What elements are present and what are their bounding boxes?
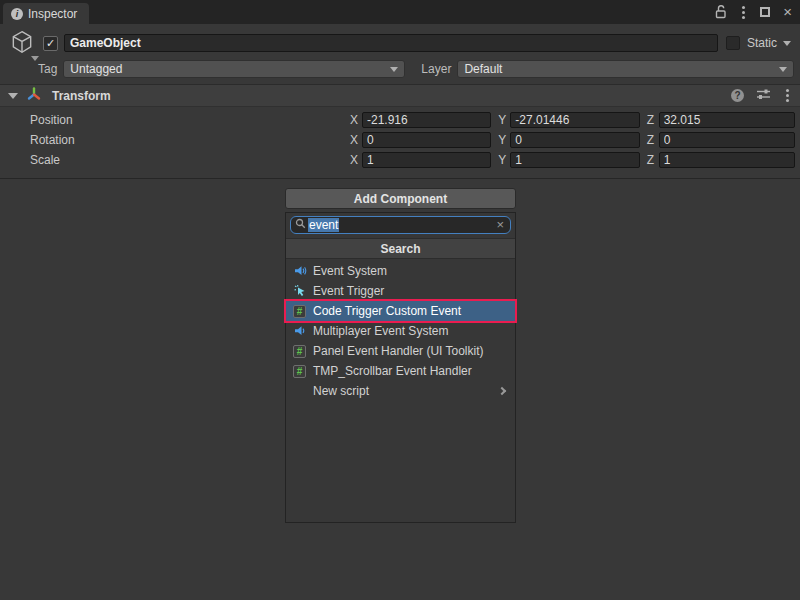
position-y-input[interactable] — [510, 112, 639, 128]
scale-label: Scale — [30, 153, 350, 167]
static-checkbox[interactable] — [726, 36, 740, 50]
chevron-down-icon — [390, 67, 398, 72]
transform-header[interactable]: Transform — [0, 84, 800, 107]
search-section-header: Search — [286, 238, 515, 259]
add-component-button[interactable]: Add Component — [285, 188, 516, 209]
position-x-group: X — [350, 112, 498, 128]
rotation-z-group: Z — [647, 132, 795, 148]
scale-z-group: Z — [647, 152, 795, 168]
presets-icon[interactable] — [756, 87, 771, 104]
transform-icon — [26, 86, 42, 105]
scale-x-group: X — [350, 152, 498, 168]
position-x-input[interactable] — [362, 112, 491, 128]
axis-x-label: X — [350, 133, 358, 147]
list-item-event-trigger[interactable]: Event Trigger — [286, 281, 515, 301]
component-list: Event System Event Trigger — [286, 259, 515, 401]
search-field-wrap: event — [286, 213, 515, 238]
rotation-y-group: Y — [498, 132, 646, 148]
rotation-label: Rotation — [30, 133, 350, 147]
script-icon — [292, 364, 307, 379]
rotation-z-input[interactable] — [659, 132, 795, 148]
maximize-icon[interactable] — [760, 7, 770, 17]
axis-x-label: X — [350, 113, 358, 127]
tab-bar: Inspector — [0, 0, 800, 24]
help-icon[interactable] — [731, 89, 744, 102]
search-icon — [295, 218, 306, 232]
gameobject-name-input[interactable] — [64, 34, 718, 52]
list-item-label: Code Trigger Custom Event — [313, 304, 461, 318]
tag-layer-row: Tag Untagged Layer Default — [5, 59, 795, 79]
tab-inspector[interactable]: Inspector — [3, 3, 89, 24]
active-checkbox[interactable] — [43, 36, 58, 51]
list-item-event-system[interactable]: Event System — [286, 261, 515, 281]
rotation-y-input[interactable] — [510, 132, 639, 148]
layer-value: Default — [464, 62, 502, 76]
scale-row: Scale X Y Z — [0, 150, 800, 170]
tag-dropdown[interactable]: Untagged — [63, 60, 405, 78]
titlebar-icons — [715, 4, 792, 20]
axis-y-label: Y — [498, 153, 506, 167]
lock-icon[interactable] — [715, 5, 727, 19]
chevron-down-icon — [779, 67, 787, 72]
list-item-code-trigger-custom-event[interactable]: Code Trigger Custom Event — [286, 301, 515, 321]
list-item-label: Event System — [313, 264, 387, 278]
static-dropdown-icon[interactable] — [783, 41, 791, 46]
position-label: Position — [30, 113, 350, 127]
tag-value: Untagged — [70, 62, 122, 76]
rotation-x-group: X — [350, 132, 498, 148]
clear-search-icon[interactable] — [496, 219, 504, 231]
list-item-multiplayer-event-system[interactable]: Multiplayer Event System — [286, 321, 515, 341]
foldout-icon[interactable] — [8, 93, 18, 99]
list-item-label: Panel Event Handler (UI Toolkit) — [313, 344, 484, 358]
list-item-tmp-scrollbar-event-handler[interactable]: TMP_Scrollbar Event Handler — [286, 361, 515, 381]
layer-label: Layer — [421, 62, 451, 76]
script-icon — [292, 304, 307, 319]
close-icon[interactable] — [783, 6, 792, 18]
axis-x-label: X — [350, 153, 358, 167]
transform-title: Transform — [52, 89, 111, 103]
axis-y-label: Y — [498, 113, 506, 127]
axis-z-label: Z — [647, 113, 655, 127]
search-query-text: event — [308, 218, 339, 232]
script-icon — [292, 344, 307, 359]
list-item-new-script[interactable]: New script — [286, 381, 515, 401]
scale-y-input[interactable] — [510, 152, 639, 168]
scale-y-group: Y — [498, 152, 646, 168]
list-item-label: TMP_Scrollbar Event Handler — [313, 364, 472, 378]
kebab-menu-icon[interactable] — [742, 11, 745, 14]
position-z-input[interactable] — [659, 112, 795, 128]
event-system-icon — [292, 324, 307, 339]
rotation-x-input[interactable] — [362, 132, 491, 148]
component-search-input[interactable]: event — [290, 216, 511, 234]
position-row: Position X Y Z — [0, 110, 800, 130]
chevron-right-icon — [498, 387, 506, 395]
layer-dropdown[interactable]: Default — [457, 60, 794, 78]
inspector-empty-area: Add Component event Search — [0, 179, 800, 600]
rotation-row: Rotation X Y Z — [0, 130, 800, 150]
position-y-group: Y — [498, 112, 646, 128]
scale-x-input[interactable] — [362, 152, 491, 168]
gameobject-name-row: Static — [5, 30, 795, 56]
list-item-label: Multiplayer Event System — [313, 324, 448, 338]
gameobject-cube-icon[interactable] — [9, 29, 43, 58]
kebab-menu-icon[interactable] — [786, 94, 789, 97]
tag-label: Tag — [38, 62, 57, 76]
gameobject-header: Static Tag Untagged Layer Default — [0, 24, 800, 84]
axis-z-label: Z — [647, 153, 655, 167]
transform-header-actions — [731, 87, 792, 104]
list-item-label: Event Trigger — [313, 284, 384, 298]
static-label: Static — [747, 36, 777, 50]
transform-body: Position X Y Z Rotation X Y — [0, 107, 800, 174]
list-item-panel-event-handler[interactable]: Panel Event Handler (UI Toolkit) — [286, 341, 515, 361]
position-z-group: Z — [647, 112, 795, 128]
axis-z-label: Z — [647, 133, 655, 147]
event-trigger-icon — [292, 284, 307, 299]
event-system-icon — [292, 264, 307, 279]
axis-y-label: Y — [498, 133, 506, 147]
unity-inspector-window: Inspector — [0, 0, 800, 600]
tab-label: Inspector — [28, 7, 77, 21]
add-component-popup: event Search Event System — [285, 212, 516, 523]
chevron-down-icon — [31, 56, 39, 61]
scale-z-input[interactable] — [659, 152, 795, 168]
info-icon — [11, 8, 23, 20]
